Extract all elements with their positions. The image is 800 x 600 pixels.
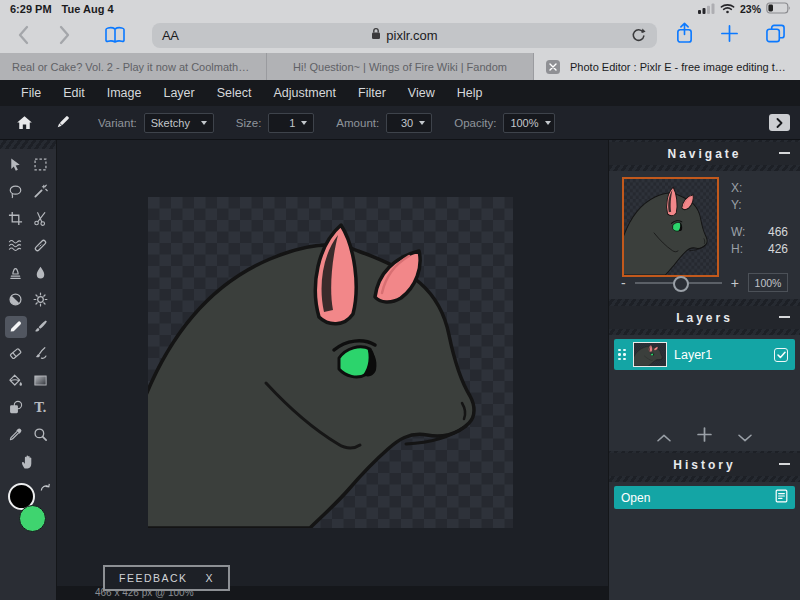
layer-visibility-checkbox[interactable]: [774, 348, 788, 362]
zoom-in-button[interactable]: +: [731, 275, 739, 291]
liquify-tool[interactable]: [5, 235, 27, 257]
heal-bandage-tool[interactable]: [30, 235, 52, 257]
menu-file[interactable]: File: [10, 86, 52, 100]
hand-pan-tool[interactable]: [17, 451, 39, 473]
layer-thumbnail: [633, 342, 667, 367]
crop-tool[interactable]: [5, 208, 27, 230]
wifi-icon: [720, 3, 735, 16]
tab-overview-icon[interactable]: [765, 24, 786, 47]
zoom-slider[interactable]: [635, 282, 722, 284]
tab-fandom[interactable]: Hi! Question~ | Wings of Fire Wiki | Fan…: [267, 53, 534, 80]
feedback-button[interactable]: FEEDBACK X: [103, 565, 230, 591]
main-content: T. FEEDBACK X 466 x: [0, 140, 800, 600]
forward-button[interactable]: [54, 25, 76, 45]
variant-select[interactable]: Sketchy: [144, 113, 214, 133]
new-tab-plus-icon[interactable]: [720, 24, 739, 47]
drawing-canvas[interactable]: [148, 197, 513, 528]
marquee-select-tool[interactable]: [30, 154, 52, 176]
layer-drag-handle-icon[interactable]: [618, 349, 626, 361]
color-picker-tool[interactable]: [5, 424, 27, 446]
menu-edit[interactable]: Edit: [52, 86, 96, 100]
amount-label: Amount:: [336, 117, 379, 129]
feedback-close-button[interactable]: X: [206, 572, 215, 584]
address-bar[interactable]: AA pixlr.com: [152, 23, 657, 48]
move-layer-up-icon[interactable]: [657, 428, 671, 446]
y-label: Y:: [731, 198, 742, 212]
panel-toggle-button[interactable]: [769, 114, 790, 131]
menu-filter[interactable]: Filter: [347, 86, 397, 100]
tool-palette: T.: [0, 140, 57, 600]
smudge-tool[interactable]: [30, 343, 52, 365]
tab-coolmath[interactable]: Real or Cake? Vol. 2 - Play it now at Co…: [0, 53, 267, 80]
clock-date: Tue Aug 4: [62, 3, 114, 15]
layer-name: Layer1: [674, 348, 767, 362]
sharpen-detail-tool[interactable]: [30, 289, 52, 311]
zoom-tool[interactable]: [30, 424, 52, 446]
collapse-minus-icon[interactable]: [779, 316, 790, 318]
cellular-signal-icon: [698, 3, 715, 16]
back-button[interactable]: [12, 25, 34, 45]
size-select[interactable]: 1: [268, 113, 314, 133]
blur-drop-tool[interactable]: [30, 262, 52, 284]
zoom-percent-field[interactable]: 100%: [748, 273, 788, 292]
layers-panel-body: Layer1: [609, 335, 800, 451]
clock-time: 6:29 PM: [10, 3, 52, 15]
menu-image[interactable]: Image: [96, 86, 153, 100]
gradient-tool[interactable]: [30, 370, 52, 392]
collapse-minus-icon[interactable]: [779, 463, 790, 465]
navigate-thumbnail[interactable]: [622, 177, 719, 277]
lasso-select-tool[interactable]: [5, 181, 27, 203]
bookmarks-icon[interactable]: [104, 26, 126, 44]
right-panel: Navigate X: Y: W:466 H:426 - +: [608, 140, 800, 600]
move-layer-down-icon[interactable]: [738, 428, 752, 446]
clone-stamp-tool[interactable]: [5, 262, 27, 284]
variant-label: Variant:: [98, 117, 137, 129]
menu-select[interactable]: Select: [206, 86, 263, 100]
zoom-slider-knob[interactable]: [673, 276, 689, 292]
pencil-draw-tool[interactable]: [5, 316, 27, 338]
swap-colors-icon[interactable]: [39, 482, 51, 494]
menu-view[interactable]: View: [397, 86, 446, 100]
tab-close-icon[interactable]: [546, 60, 560, 74]
eraser-tool[interactable]: [5, 343, 27, 365]
reader-button[interactable]: AA: [162, 28, 178, 43]
layer-row-layer1[interactable]: Layer1: [614, 339, 795, 370]
lock-icon: [371, 27, 381, 43]
opacity-select[interactable]: 100%: [503, 113, 555, 133]
height-label: H:: [731, 242, 743, 256]
tab-pixlr[interactable]: Photo Editor : Pixlr E - free image edit…: [534, 53, 800, 80]
home-button[interactable]: [10, 115, 38, 130]
tab-bar: Real or Cake? Vol. 2 - Play it now at Co…: [0, 53, 800, 80]
layers-panel-header: Layers: [609, 306, 800, 329]
menu-layer[interactable]: Layer: [152, 86, 205, 100]
pixlr-menu-bar: File Edit Image Layer Select Adjustment …: [0, 80, 800, 106]
brush-tool[interactable]: [30, 316, 52, 338]
fill-bucket-tool[interactable]: [5, 370, 27, 392]
arrange-arrow-tool[interactable]: [5, 154, 27, 176]
feedback-label: FEEDBACK: [119, 572, 188, 584]
dodge-burn-tool[interactable]: [5, 289, 27, 311]
collapse-minus-icon[interactable]: [779, 152, 790, 154]
menu-help[interactable]: Help: [446, 86, 494, 100]
ios-status-bar: 6:29 PM Tue Aug 4 23%: [0, 0, 800, 17]
zoom-out-button[interactable]: -: [621, 275, 626, 291]
history-entry-label: Open: [621, 491, 775, 505]
canvas-workspace: FEEDBACK X 466 x 426 px @ 100%: [57, 140, 608, 600]
shape-tool[interactable]: [5, 397, 27, 419]
background-color-swatch[interactable]: [19, 505, 46, 532]
reload-button[interactable]: [630, 27, 647, 44]
history-entry-open[interactable]: Open: [614, 486, 795, 509]
magic-wand-tool[interactable]: [30, 181, 52, 203]
chevron-down-icon: [201, 121, 207, 125]
amount-select[interactable]: 30: [386, 113, 432, 133]
share-icon[interactable]: [675, 22, 694, 49]
safari-toolbar: AA pixlr.com: [0, 17, 800, 53]
menu-adjustment[interactable]: Adjustment: [262, 86, 347, 100]
add-layer-icon[interactable]: [697, 427, 712, 446]
battery-icon: [766, 2, 791, 16]
cutout-scissors-tool[interactable]: [30, 208, 52, 230]
active-tool-pencil-icon[interactable]: [48, 114, 76, 131]
layers-title: Layers: [676, 311, 733, 325]
text-tool[interactable]: T.: [30, 397, 52, 419]
chevron-down-icon: [301, 121, 307, 125]
